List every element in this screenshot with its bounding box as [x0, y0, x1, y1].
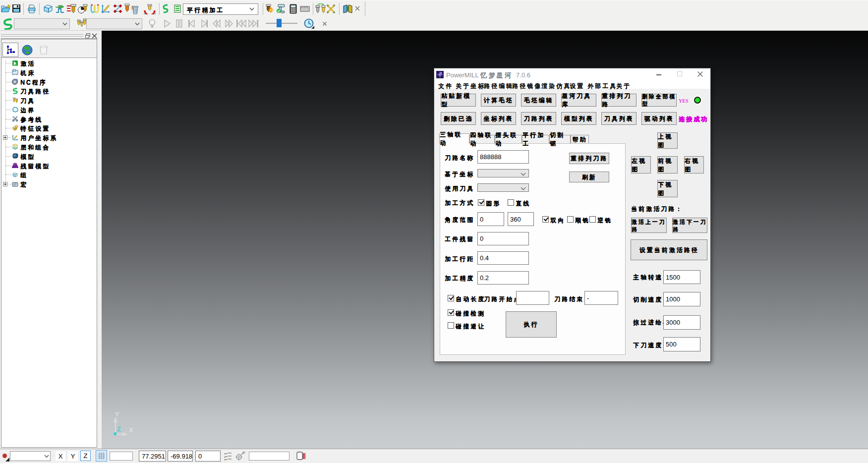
svg-text:z=: z=	[224, 458, 228, 461]
svg-text:X: X	[129, 426, 133, 434]
svg-text:Z: Z	[117, 425, 121, 433]
svg-text:Y: Y	[115, 411, 119, 418]
